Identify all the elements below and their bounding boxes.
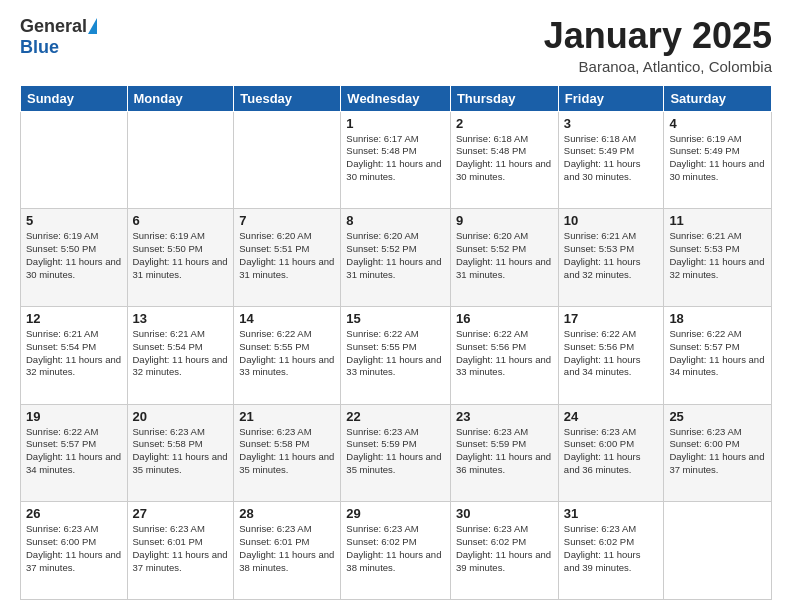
- weekday-header-saturday: Saturday: [664, 85, 772, 111]
- day-info: Sunrise: 6:19 AMSunset: 5:50 PMDaylight:…: [26, 230, 122, 281]
- calendar-cell: 31Sunrise: 6:23 AMSunset: 6:02 PMDayligh…: [558, 502, 664, 600]
- day-number: 16: [456, 311, 553, 326]
- day-number: 28: [239, 506, 335, 521]
- day-number: 23: [456, 409, 553, 424]
- location-subtitle: Baranoa, Atlantico, Colombia: [544, 58, 772, 75]
- day-info: Sunrise: 6:23 AMSunset: 6:02 PMDaylight:…: [456, 523, 553, 574]
- calendar-cell: 3Sunrise: 6:18 AMSunset: 5:49 PMDaylight…: [558, 111, 664, 209]
- day-info: Sunrise: 6:23 AMSunset: 6:00 PMDaylight:…: [26, 523, 122, 574]
- day-info: Sunrise: 6:23 AMSunset: 6:01 PMDaylight:…: [133, 523, 229, 574]
- day-info: Sunrise: 6:20 AMSunset: 5:52 PMDaylight:…: [346, 230, 445, 281]
- calendar-cell: 26Sunrise: 6:23 AMSunset: 6:00 PMDayligh…: [21, 502, 128, 600]
- day-info: Sunrise: 6:22 AMSunset: 5:55 PMDaylight:…: [346, 328, 445, 379]
- calendar-cell: 5Sunrise: 6:19 AMSunset: 5:50 PMDaylight…: [21, 209, 128, 307]
- day-info: Sunrise: 6:21 AMSunset: 5:53 PMDaylight:…: [669, 230, 766, 281]
- day-number: 4: [669, 116, 766, 131]
- day-number: 20: [133, 409, 229, 424]
- header: General Blue January 2025 Baranoa, Atlan…: [20, 16, 772, 75]
- day-number: 30: [456, 506, 553, 521]
- calendar-week-4: 19Sunrise: 6:22 AMSunset: 5:57 PMDayligh…: [21, 404, 772, 502]
- day-info: Sunrise: 6:23 AMSunset: 5:58 PMDaylight:…: [133, 426, 229, 477]
- day-number: 9: [456, 213, 553, 228]
- calendar-cell: 6Sunrise: 6:19 AMSunset: 5:50 PMDaylight…: [127, 209, 234, 307]
- weekday-header-monday: Monday: [127, 85, 234, 111]
- calendar-cell: 16Sunrise: 6:22 AMSunset: 5:56 PMDayligh…: [450, 306, 558, 404]
- calendar-table: SundayMondayTuesdayWednesdayThursdayFrid…: [20, 85, 772, 600]
- calendar-week-3: 12Sunrise: 6:21 AMSunset: 5:54 PMDayligh…: [21, 306, 772, 404]
- day-info: Sunrise: 6:21 AMSunset: 5:54 PMDaylight:…: [26, 328, 122, 379]
- calendar-cell: 19Sunrise: 6:22 AMSunset: 5:57 PMDayligh…: [21, 404, 128, 502]
- day-info: Sunrise: 6:18 AMSunset: 5:49 PMDaylight:…: [564, 133, 659, 184]
- calendar-cell: 27Sunrise: 6:23 AMSunset: 6:01 PMDayligh…: [127, 502, 234, 600]
- weekday-header-friday: Friday: [558, 85, 664, 111]
- day-number: 1: [346, 116, 445, 131]
- calendar-cell: 30Sunrise: 6:23 AMSunset: 6:02 PMDayligh…: [450, 502, 558, 600]
- weekday-header-thursday: Thursday: [450, 85, 558, 111]
- calendar-cell: 20Sunrise: 6:23 AMSunset: 5:58 PMDayligh…: [127, 404, 234, 502]
- calendar-cell: 24Sunrise: 6:23 AMSunset: 6:00 PMDayligh…: [558, 404, 664, 502]
- day-info: Sunrise: 6:19 AMSunset: 5:49 PMDaylight:…: [669, 133, 766, 184]
- title-block: January 2025 Baranoa, Atlantico, Colombi…: [544, 16, 772, 75]
- logo-blue-text: Blue: [20, 37, 59, 58]
- logo-general-text: General: [20, 16, 87, 37]
- calendar-cell: 14Sunrise: 6:22 AMSunset: 5:55 PMDayligh…: [234, 306, 341, 404]
- day-number: 17: [564, 311, 659, 326]
- day-number: 26: [26, 506, 122, 521]
- day-info: Sunrise: 6:23 AMSunset: 5:58 PMDaylight:…: [239, 426, 335, 477]
- day-number: 15: [346, 311, 445, 326]
- weekday-header-wednesday: Wednesday: [341, 85, 451, 111]
- day-number: 31: [564, 506, 659, 521]
- calendar-cell: 23Sunrise: 6:23 AMSunset: 5:59 PMDayligh…: [450, 404, 558, 502]
- calendar-week-2: 5Sunrise: 6:19 AMSunset: 5:50 PMDaylight…: [21, 209, 772, 307]
- day-info: Sunrise: 6:17 AMSunset: 5:48 PMDaylight:…: [346, 133, 445, 184]
- calendar-cell: 15Sunrise: 6:22 AMSunset: 5:55 PMDayligh…: [341, 306, 451, 404]
- day-number: 7: [239, 213, 335, 228]
- calendar-cell: 22Sunrise: 6:23 AMSunset: 5:59 PMDayligh…: [341, 404, 451, 502]
- day-number: 8: [346, 213, 445, 228]
- day-info: Sunrise: 6:22 AMSunset: 5:55 PMDaylight:…: [239, 328, 335, 379]
- calendar-cell: [21, 111, 128, 209]
- month-title: January 2025: [544, 16, 772, 56]
- calendar-cell: 13Sunrise: 6:21 AMSunset: 5:54 PMDayligh…: [127, 306, 234, 404]
- calendar-cell: [664, 502, 772, 600]
- day-info: Sunrise: 6:19 AMSunset: 5:50 PMDaylight:…: [133, 230, 229, 281]
- day-info: Sunrise: 6:21 AMSunset: 5:54 PMDaylight:…: [133, 328, 229, 379]
- day-number: 3: [564, 116, 659, 131]
- day-info: Sunrise: 6:23 AMSunset: 6:02 PMDaylight:…: [346, 523, 445, 574]
- calendar-cell: 18Sunrise: 6:22 AMSunset: 5:57 PMDayligh…: [664, 306, 772, 404]
- day-number: 22: [346, 409, 445, 424]
- day-number: 11: [669, 213, 766, 228]
- day-info: Sunrise: 6:20 AMSunset: 5:52 PMDaylight:…: [456, 230, 553, 281]
- day-number: 18: [669, 311, 766, 326]
- calendar-week-5: 26Sunrise: 6:23 AMSunset: 6:00 PMDayligh…: [21, 502, 772, 600]
- day-number: 12: [26, 311, 122, 326]
- page: General Blue January 2025 Baranoa, Atlan…: [0, 0, 792, 612]
- day-info: Sunrise: 6:23 AMSunset: 5:59 PMDaylight:…: [346, 426, 445, 477]
- day-number: 24: [564, 409, 659, 424]
- calendar-cell: 10Sunrise: 6:21 AMSunset: 5:53 PMDayligh…: [558, 209, 664, 307]
- calendar-cell: 9Sunrise: 6:20 AMSunset: 5:52 PMDaylight…: [450, 209, 558, 307]
- calendar-cell: 21Sunrise: 6:23 AMSunset: 5:58 PMDayligh…: [234, 404, 341, 502]
- calendar-cell: 17Sunrise: 6:22 AMSunset: 5:56 PMDayligh…: [558, 306, 664, 404]
- day-info: Sunrise: 6:23 AMSunset: 6:02 PMDaylight:…: [564, 523, 659, 574]
- calendar-cell: 25Sunrise: 6:23 AMSunset: 6:00 PMDayligh…: [664, 404, 772, 502]
- logo: General Blue: [20, 16, 97, 58]
- day-number: 19: [26, 409, 122, 424]
- day-info: Sunrise: 6:21 AMSunset: 5:53 PMDaylight:…: [564, 230, 659, 281]
- day-number: 21: [239, 409, 335, 424]
- day-number: 14: [239, 311, 335, 326]
- day-info: Sunrise: 6:22 AMSunset: 5:56 PMDaylight:…: [456, 328, 553, 379]
- day-number: 6: [133, 213, 229, 228]
- calendar-cell: 28Sunrise: 6:23 AMSunset: 6:01 PMDayligh…: [234, 502, 341, 600]
- calendar-cell: 12Sunrise: 6:21 AMSunset: 5:54 PMDayligh…: [21, 306, 128, 404]
- logo-triangle-icon: [88, 18, 97, 34]
- calendar-cell: 2Sunrise: 6:18 AMSunset: 5:48 PMDaylight…: [450, 111, 558, 209]
- day-number: 2: [456, 116, 553, 131]
- weekday-header-sunday: Sunday: [21, 85, 128, 111]
- calendar-cell: 1Sunrise: 6:17 AMSunset: 5:48 PMDaylight…: [341, 111, 451, 209]
- calendar-week-1: 1Sunrise: 6:17 AMSunset: 5:48 PMDaylight…: [21, 111, 772, 209]
- day-info: Sunrise: 6:23 AMSunset: 6:00 PMDaylight:…: [669, 426, 766, 477]
- day-info: Sunrise: 6:20 AMSunset: 5:51 PMDaylight:…: [239, 230, 335, 281]
- calendar-cell: [234, 111, 341, 209]
- day-info: Sunrise: 6:23 AMSunset: 6:01 PMDaylight:…: [239, 523, 335, 574]
